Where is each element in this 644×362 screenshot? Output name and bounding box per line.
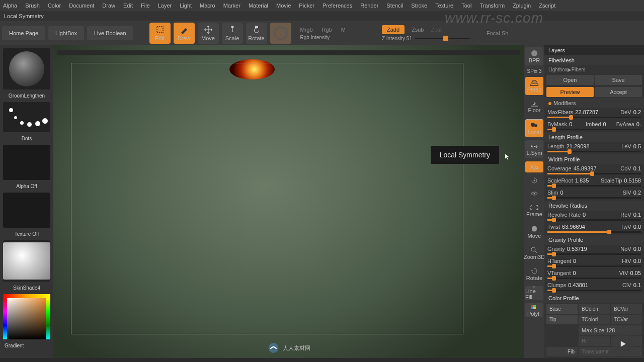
lsym-button[interactable]: L.Sym	[525, 140, 543, 158]
menu-material[interactable]: Material	[249, 2, 268, 10]
frame-button[interactable]: Frame	[525, 202, 543, 220]
brush-thumbnail[interactable]	[3, 48, 50, 89]
zadd-mode[interactable]: Zadd	[382, 25, 405, 34]
gizmo-toggle[interactable]	[270, 23, 291, 44]
focal-shift-button[interactable]: Focal Sh	[487, 30, 508, 36]
param-slider[interactable]	[547, 219, 641, 221]
menu-color[interactable]: Color	[48, 2, 61, 10]
move-tool[interactable]: Move	[198, 23, 219, 44]
param-slider[interactable]	[547, 185, 641, 187]
timeline-bar[interactable]	[57, 50, 520, 55]
param-row[interactable]: Gravity 0.53719NoV 0.0	[544, 245, 644, 253]
menu-movie[interactable]: Movie	[276, 2, 291, 10]
live-boolean-button[interactable]: Live Boolean	[87, 26, 133, 40]
edit-tool[interactable]: Edit	[149, 23, 171, 44]
home-page-button[interactable]: Home Page	[2, 26, 45, 40]
param-row[interactable]: HTangent 0HtV 0.0	[544, 257, 644, 265]
rotate-z-icon[interactable]	[525, 189, 543, 199]
zsub-mode[interactable]: Zsub	[412, 27, 424, 33]
menu-document[interactable]: Document	[69, 2, 94, 10]
menu-layer[interactable]: Layer	[158, 2, 172, 10]
tcolor-button[interactable]: TColori	[579, 315, 610, 324]
menu-texture[interactable]: Texture	[435, 2, 453, 10]
section-color-profile[interactable]: Color Profile	[544, 293, 644, 303]
param-row[interactable]: ScaleRoot 1.835ScaleTip 0.5158	[544, 176, 644, 185]
tcvar-button[interactable]: TCVar	[611, 315, 642, 324]
param-row[interactable]: Slim 0SlV 0.2	[544, 189, 644, 197]
draw-tool[interactable]: Draw	[174, 23, 195, 44]
param-slider[interactable]	[547, 231, 641, 233]
param-slider[interactable]	[547, 151, 641, 152]
open-button[interactable]: Open	[546, 75, 594, 85]
param-slider[interactable]	[547, 117, 641, 118]
zcut-mode[interactable]: Zcut	[431, 27, 441, 33]
bpr-button[interactable]: BPR	[525, 47, 543, 65]
param-row[interactable]: Twist 63.96694TwV 0.0	[544, 223, 644, 231]
m-mode[interactable]: M	[341, 27, 346, 33]
rgb-mode[interactable]: Rgb	[322, 27, 332, 33]
texture-thumbnail[interactable]	[3, 193, 50, 228]
max-size-field[interactable]: Max Size 128	[579, 325, 642, 335]
section-width-profile[interactable]: Width Profile	[544, 154, 644, 164]
breadcrumb[interactable]: Lightbox▶Fibers	[544, 65, 644, 74]
param-slider[interactable]	[547, 278, 641, 279]
bcolor-button[interactable]: BColori	[579, 304, 610, 314]
play-overlay-button[interactable]	[612, 333, 634, 355]
param-row[interactable]: Coverage 45.89397CoV 0.1	[544, 164, 644, 172]
menu-alpha[interactable]: Alpha	[3, 2, 17, 10]
rotate-view-button[interactable]: Rotate	[525, 265, 543, 283]
menu-render[interactable]: Render	[360, 2, 378, 10]
menu-zplugin[interactable]: Zplugin	[513, 2, 531, 10]
param-row[interactable]: Clumps 0.43801ClV 0.1	[544, 281, 644, 289]
menu-transform[interactable]: Transform	[479, 2, 505, 10]
color-picker[interactable]	[3, 294, 50, 339]
menu-brush[interactable]: Brush	[25, 2, 40, 10]
section-revolve-radius[interactable]: Revolve Radius	[544, 201, 644, 211]
base-color-swatch[interactable]: Base	[546, 304, 578, 314]
alpha-thumbnail[interactable]	[3, 145, 50, 180]
save-button[interactable]: Save	[595, 75, 642, 85]
menu-file[interactable]: File	[141, 2, 150, 10]
polyf-button[interactable]: PolyF	[525, 303, 543, 317]
menu-picker[interactable]: Picker	[299, 2, 314, 10]
layers-header[interactable]: Layers	[544, 45, 644, 55]
menu-stroke[interactable]: Stroke	[411, 2, 427, 10]
section-length-profile[interactable]: Length Profile	[544, 132, 644, 142]
section-gravity-profile[interactable]: Gravity Profile	[544, 235, 644, 245]
param-slider[interactable]	[547, 265, 641, 267]
z-intensity-slider[interactable]	[415, 38, 470, 39]
fibermesh-header[interactable]: FiberMesh	[544, 55, 644, 65]
param-row[interactable]: Length 21.29098LeV 0.5	[544, 142, 644, 150]
param-row[interactable]: Revolve Rate 0ReV 0.1	[544, 211, 644, 219]
menu-zscript[interactable]: Zscript	[539, 2, 555, 10]
menu-stencil[interactable]: Stencil	[386, 2, 403, 10]
mrgb-mode[interactable]: Mrgb	[300, 27, 313, 33]
param-slider[interactable]	[547, 290, 641, 291]
param-slider[interactable]	[547, 129, 641, 130]
zoom-button[interactable]: Zoom3D	[525, 244, 543, 262]
menu-preferences[interactable]: Preferences	[323, 2, 352, 10]
bcvar-button[interactable]: BCVar	[611, 304, 642, 314]
param-slider[interactable]	[547, 173, 641, 174]
line-fill-button[interactable]: Line Fill	[525, 286, 543, 300]
material-thumbnail[interactable]	[3, 240, 50, 282]
move-view-button[interactable]: Move	[525, 223, 543, 241]
local-symmetry-button[interactable]: Local	[525, 119, 543, 137]
lightbox-button[interactable]: LightBox	[48, 26, 84, 40]
param-slider[interactable]	[547, 253, 641, 255]
menu-tool[interactable]: Tool	[461, 2, 471, 10]
menu-marker[interactable]: Marker	[223, 2, 240, 10]
rotate-tool[interactable]: Rotate	[246, 23, 267, 44]
menu-draw[interactable]: Draw	[102, 2, 115, 10]
preview-button[interactable]: Preview	[546, 87, 594, 97]
menu-edit[interactable]: Edit	[123, 2, 133, 10]
menu-light[interactable]: Light	[180, 2, 192, 10]
stroke-thumbnail[interactable]	[3, 102, 50, 132]
spix-label[interactable]: SPix 3	[527, 68, 542, 74]
xyz-button[interactable]: Xyz	[525, 161, 543, 172]
accept-button[interactable]: Accept	[595, 87, 642, 97]
scale-tool[interactable]: Scale	[222, 23, 243, 44]
modifiers-header[interactable]: Modifiers	[544, 98, 644, 108]
menu-macro[interactable]: Macro	[200, 2, 215, 10]
param-row[interactable]: VTangent 0VtV 0.05	[544, 269, 644, 277]
